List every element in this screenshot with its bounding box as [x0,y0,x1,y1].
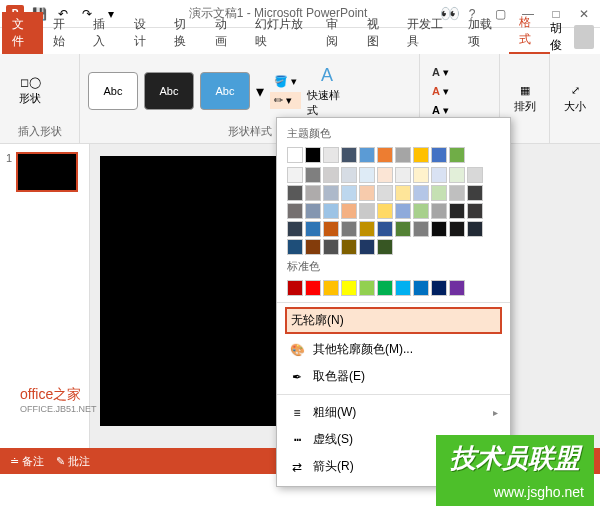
tab-insert[interactable]: 插入 [83,12,124,54]
color-swatch[interactable] [305,185,321,201]
no-outline-item[interactable]: 无轮廓(N) [285,307,502,334]
tab-view[interactable]: 视图 [357,12,398,54]
color-swatch[interactable] [395,203,411,219]
color-swatch[interactable] [413,203,429,219]
user-name[interactable]: 胡俊 [550,20,570,54]
color-swatch[interactable] [359,221,375,237]
weight-item[interactable]: ≡ 粗细(W) ▸ [277,399,510,426]
color-swatch[interactable] [359,167,375,183]
color-swatch[interactable] [377,221,393,237]
shape-outline-button[interactable]: ✏▾ [270,92,301,109]
color-swatch[interactable] [287,167,303,183]
color-swatch[interactable] [359,185,375,201]
quick-styles-button[interactable]: A 快速样式 [307,65,347,118]
color-swatch[interactable] [467,167,483,183]
color-swatch[interactable] [323,239,339,255]
color-swatch[interactable] [413,185,429,201]
color-swatch[interactable] [287,185,303,201]
color-swatch[interactable] [323,280,339,296]
color-swatch[interactable] [413,147,429,163]
color-swatch[interactable] [413,280,429,296]
color-swatch[interactable] [431,280,447,296]
color-swatch[interactable] [323,147,339,163]
color-swatch[interactable] [431,167,447,183]
color-swatch[interactable] [359,239,375,255]
tab-animations[interactable]: 动画 [205,12,246,54]
tab-format[interactable]: 格式 [509,10,550,54]
color-swatch[interactable] [395,185,411,201]
size-button[interactable]: ⤢ 大小 [558,84,592,114]
text-fill-button[interactable]: A▾ [428,64,453,81]
color-swatch[interactable] [323,167,339,183]
color-swatch[interactable] [341,280,357,296]
color-swatch[interactable] [377,280,393,296]
color-swatch[interactable] [449,185,465,201]
color-swatch[interactable] [449,221,465,237]
color-swatch[interactable] [395,167,411,183]
shape-style-2[interactable]: Abc [144,72,194,110]
color-swatch[interactable] [377,167,393,183]
color-swatch[interactable] [395,147,411,163]
color-swatch[interactable] [467,221,483,237]
insert-shape-button[interactable]: ◻◯ 形状 [8,76,52,106]
notes-button[interactable]: ≐ 备注 [10,454,44,469]
arrange-button[interactable]: ▦ 排列 [508,84,541,114]
color-swatch[interactable] [305,280,321,296]
color-swatch[interactable] [341,167,357,183]
color-swatch[interactable] [449,147,465,163]
text-effects-button[interactable]: A▾ [428,102,453,119]
color-swatch[interactable] [377,239,393,255]
color-swatch[interactable] [323,185,339,201]
color-swatch[interactable] [377,147,393,163]
color-swatch[interactable] [431,147,447,163]
color-swatch[interactable] [305,167,321,183]
color-swatch[interactable] [305,221,321,237]
tab-slideshow[interactable]: 幻灯片放映 [245,12,316,54]
color-swatch[interactable] [377,185,393,201]
color-swatch[interactable] [323,221,339,237]
shape-style-1[interactable]: Abc [88,72,138,110]
shape-style-3[interactable]: Abc [200,72,250,110]
color-swatch[interactable] [395,280,411,296]
color-swatch[interactable] [467,185,483,201]
color-swatch[interactable] [287,203,303,219]
color-swatch[interactable] [341,185,357,201]
tab-transitions[interactable]: 切换 [164,12,205,54]
color-swatch[interactable] [467,203,483,219]
tab-developer[interactable]: 开发工具 [397,12,458,54]
color-swatch[interactable] [287,280,303,296]
color-swatch[interactable] [341,221,357,237]
tab-design[interactable]: 设计 [124,12,165,54]
color-swatch[interactable] [305,147,321,163]
comments-button[interactable]: ✎ 批注 [56,454,90,469]
color-swatch[interactable] [359,147,375,163]
avatar[interactable] [574,25,594,49]
color-swatch[interactable] [359,203,375,219]
color-swatch[interactable] [377,203,393,219]
color-swatch[interactable] [341,147,357,163]
color-swatch[interactable] [287,147,303,163]
tab-home[interactable]: 开始 [43,12,84,54]
color-swatch[interactable] [305,203,321,219]
color-swatch[interactable] [323,203,339,219]
color-swatch[interactable] [449,280,465,296]
color-swatch[interactable] [431,203,447,219]
color-swatch[interactable] [341,239,357,255]
color-swatch[interactable] [449,203,465,219]
color-swatch[interactable] [287,239,303,255]
text-outline-button[interactable]: A▾ [428,83,453,100]
color-swatch[interactable] [395,221,411,237]
shape-fill-button[interactable]: 🪣▾ [270,73,301,90]
style-more-icon[interactable]: ▾ [256,82,264,101]
color-swatch[interactable] [305,239,321,255]
tab-review[interactable]: 审阅 [316,12,357,54]
tab-file[interactable]: 文件 [2,12,43,54]
color-swatch[interactable] [359,280,375,296]
more-colors-item[interactable]: 🎨 其他轮廓颜色(M)... [277,336,510,363]
color-swatch[interactable] [413,221,429,237]
color-swatch[interactable] [449,167,465,183]
tab-addins[interactable]: 加载项 [458,12,509,54]
color-swatch[interactable] [413,167,429,183]
color-swatch[interactable] [287,221,303,237]
color-swatch[interactable] [431,221,447,237]
